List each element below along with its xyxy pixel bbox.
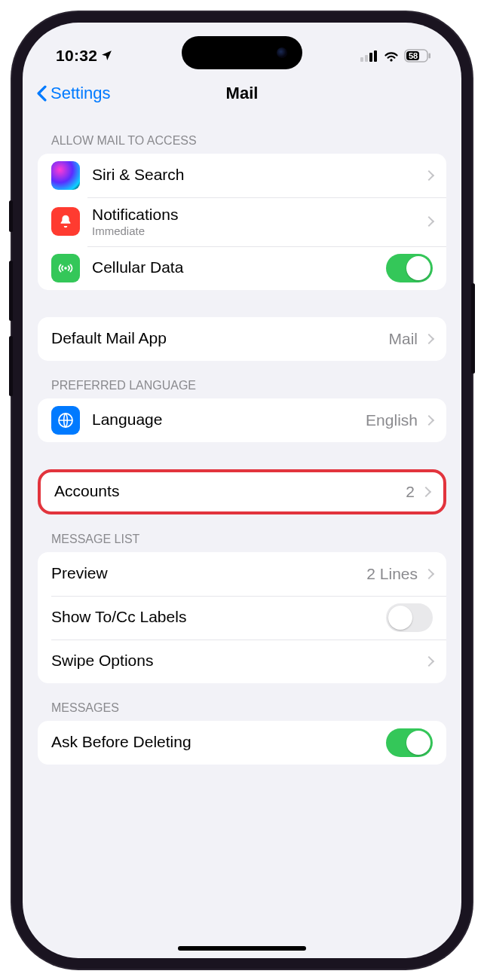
show-tocc-toggle[interactable] [386, 603, 433, 632]
row-label: Show To/Cc Labels [51, 607, 386, 627]
globe-icon [51, 406, 80, 435]
row-label: Accounts [54, 481, 406, 501]
row-value: 2 Lines [366, 565, 418, 583]
side-button [9, 336, 13, 396]
chevron-right-icon [424, 216, 434, 227]
row-title: Notifications [92, 206, 178, 223]
group-message-list: Preview 2 Lines Show To/Cc Labels Swipe … [38, 552, 446, 683]
ask-before-deleting-toggle[interactable] [386, 728, 433, 757]
chevron-right-icon [424, 568, 434, 579]
row-show-tocc[interactable]: Show To/Cc Labels [38, 596, 446, 640]
notifications-icon [51, 207, 80, 236]
row-notifications[interactable]: Notifications Immediate [38, 197, 446, 246]
svg-point-8 [64, 267, 67, 270]
group-language: Language English [38, 398, 446, 442]
svg-rect-3 [374, 50, 377, 62]
side-button [9, 261, 13, 321]
svg-text:58: 58 [409, 51, 418, 60]
section-header-access: ALLOW MAIL TO ACCESS [38, 116, 446, 154]
chevron-right-icon [424, 333, 434, 343]
group-messages: Ask Before Deleting [38, 721, 446, 765]
group-accounts: Accounts 2 [38, 469, 446, 514]
phone-frame: 10:32 58 [12, 12, 472, 969]
section-header-messages: MESSAGES [38, 683, 446, 721]
row-preview[interactable]: Preview 2 Lines [38, 552, 446, 596]
row-ask-before-deleting[interactable]: Ask Before Deleting [38, 721, 446, 765]
cellular-signal-icon [360, 50, 378, 62]
wifi-icon [383, 50, 400, 62]
content: ALLOW MAIL TO ACCESS Siri & Search Notif… [23, 116, 461, 795]
row-swipe-options[interactable]: Swipe Options [38, 640, 446, 683]
siri-icon [51, 161, 80, 190]
row-siri-search[interactable]: Siri & Search [38, 154, 446, 197]
row-label: Preview [51, 563, 366, 583]
row-label: Swipe Options [51, 651, 425, 670]
row-label: Notifications Immediate [92, 205, 425, 239]
location-icon [100, 49, 113, 62]
row-value: Mail [388, 330, 418, 348]
side-button [471, 283, 475, 374]
chevron-right-icon [424, 414, 434, 425]
section-header-message-list: MESSAGE LIST [38, 514, 446, 552]
row-label: Language [92, 410, 366, 429]
page-title: Mail [226, 84, 259, 103]
back-label: Settings [51, 84, 111, 103]
row-subtitle: Immediate [92, 224, 425, 239]
nav-bar: Settings Mail [23, 75, 461, 111]
row-value: English [366, 411, 418, 429]
row-label: Default Mail App [51, 328, 388, 348]
cellular-data-toggle[interactable] [386, 254, 433, 282]
svg-rect-0 [360, 57, 363, 62]
group-access: Siri & Search Notifications Immediate [38, 154, 446, 290]
chevron-right-icon [424, 169, 434, 180]
row-value: 2 [406, 483, 415, 501]
section-header-language: PREFERRED LANGUAGE [38, 361, 446, 398]
group-default-app: Default Mail App Mail [38, 317, 446, 361]
row-label: Siri & Search [92, 165, 425, 185]
svg-rect-2 [369, 53, 372, 62]
row-label: Ask Before Deleting [51, 732, 386, 752]
chevron-right-icon [424, 655, 434, 666]
row-label: Cellular Data [92, 258, 386, 277]
row-default-mail-app[interactable]: Default Mail App Mail [38, 317, 446, 361]
chevron-left-icon [36, 85, 47, 102]
chevron-right-icon [421, 486, 431, 496]
side-button [9, 200, 13, 232]
row-language[interactable]: Language English [38, 398, 446, 442]
back-button[interactable]: Settings [36, 84, 111, 103]
cellular-data-icon [51, 254, 80, 282]
row-cellular-data[interactable]: Cellular Data [38, 246, 446, 290]
home-indicator[interactable] [178, 946, 306, 951]
row-accounts[interactable]: Accounts 2 [41, 472, 443, 511]
screen: 10:32 58 [23, 23, 461, 958]
svg-rect-1 [365, 55, 368, 62]
dynamic-island [182, 36, 302, 69]
battery-icon: 58 [404, 49, 431, 63]
svg-rect-6 [429, 53, 431, 58]
status-time: 10:32 [56, 47, 97, 65]
